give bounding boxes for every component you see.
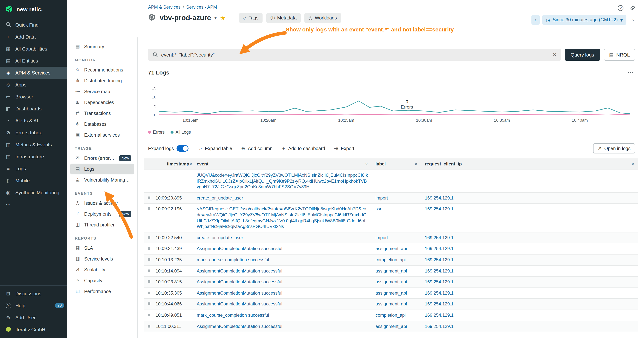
table-row[interactable]: 10:10:44.066AssignmentCompletionMutation… (144, 299, 638, 310)
event-link[interactable]: create_or_update_user (197, 235, 243, 240)
label-link[interactable]: assignment_api (376, 301, 407, 307)
subnav-item-thread-profiler[interactable]: ◫Thread profiler (70, 219, 134, 230)
label-link[interactable]: assignment_api (376, 323, 407, 329)
subnav-item-deployments[interactable]: ⇧DeploymentsNew (70, 208, 134, 219)
remove-column-icon[interactable]: × (414, 161, 417, 167)
table-row[interactable]: 10:09:22.540create_or_update_userimport1… (144, 232, 638, 243)
event-link[interactable]: AssignmentCompletionMutation successful (197, 268, 282, 273)
time-back-chevron[interactable]: ‹ (532, 15, 540, 25)
table-row[interactable]: 10:10:35.305AssignmentCompletionMutation… (144, 288, 638, 299)
sidebar-item-add-user[interactable]: ⊕Add User (0, 311, 67, 323)
table-row[interactable]: 10:10:13.235mark_course_completion succe… (144, 254, 638, 266)
time-forward-chevron[interactable]: › (629, 15, 637, 25)
subnav-item-external-services[interactable]: ▣External services (70, 130, 134, 140)
sidebar-item-browser[interactable]: ▭Browser (0, 91, 67, 103)
remove-column-icon[interactable]: × (631, 161, 634, 167)
sidebar-item-apm-services[interactable]: ◈APM & Services (0, 67, 67, 79)
log-query-input[interactable] (161, 52, 550, 58)
row-marker[interactable] (148, 247, 150, 250)
breadcrumb-apm-services[interactable]: APM & Services (148, 5, 180, 10)
event-link[interactable]: AssignmentCompletionMutation successful (197, 323, 282, 329)
ip-link[interactable]: 169.254.129.1 (425, 301, 454, 307)
row-marker[interactable] (148, 291, 150, 294)
legend-errors[interactable]: Errors (148, 130, 165, 134)
label-link[interactable]: sso (376, 206, 382, 212)
event-link[interactable]: <ASGIRequest: GET '/sso/callback/?state=… (197, 206, 366, 229)
ip-link[interactable]: 169.254.129.1 (425, 279, 454, 284)
ip-link[interactable]: 169.254.129.1 (425, 312, 454, 318)
ip-link[interactable]: 169.254.129.1 (425, 323, 454, 329)
query-logs-button[interactable]: Query logs (564, 49, 600, 61)
subnav-item-recommendations[interactable]: ☆Recommendations (70, 64, 134, 75)
sidebar-item-apps[interactable]: ◇Apps (0, 79, 67, 91)
new-relic-logo[interactable]: new relic. (0, 0, 67, 19)
label-link[interactable]: import (376, 235, 388, 240)
sidebar-item-mobile[interactable]: ▯Mobile (0, 174, 67, 186)
sidebar-item-synthetic-monitoring[interactable]: ◉Synthetic Monitoring (0, 186, 67, 198)
ip-link[interactable]: 169.254.129.1 (425, 206, 454, 212)
subnav-item-errors-inbox-triage[interactable]: ✉Errors (errors inb...New (70, 153, 134, 164)
sidebar-item-all-entities[interactable]: ▤All Entities (0, 55, 67, 67)
subnav-item-vulnerability-management[interactable]: ◬Vulnerability Management (70, 174, 134, 185)
ip-link[interactable]: 169.254.129.1 (425, 246, 454, 251)
subnav-item-transactions[interactable]: ⇄Transactions (70, 108, 134, 119)
add-column-button[interactable]: ⊕ Add column (241, 146, 273, 151)
add-to-dashboard-button[interactable]: ⊞ Add to dashboard (282, 146, 325, 151)
expand-logs-toggle[interactable] (176, 145, 188, 152)
open-in-logs-button[interactable]: ↗ Open in logs (593, 143, 635, 153)
remove-column-icon[interactable]: × (365, 161, 368, 167)
table-row[interactable]: 10:09:31.439AssignmentCompletionMutation… (144, 243, 638, 254)
event-link[interactable]: AssignmentCompletionMutation successful (197, 246, 282, 251)
sidebar-item-alerts-ai[interactable]: ◔Alerts & AI (0, 115, 67, 127)
table-row[interactable]: 10:11:00.311AssignmentCompletionMutation… (144, 321, 638, 332)
row-marker[interactable] (148, 280, 150, 283)
nrql-button[interactable]: ▤ NRQL (604, 49, 635, 61)
sidebar-item-quick-find[interactable]: Quick Find (0, 19, 67, 31)
sidebar-item-logs[interactable]: ≡Logs (0, 162, 67, 174)
chevron-down-icon[interactable]: ▾ (214, 15, 217, 21)
ip-link[interactable]: 169.254.129.1 (425, 268, 454, 273)
sidebar-item-metrics-events[interactable]: ◫Metrics & Events (0, 139, 67, 150)
time-picker[interactable]: ◷ Since 30 minutes ago (GMT+2) ▾ (542, 15, 626, 25)
link-icon[interactable] (630, 5, 636, 11)
subnav-item-service-map[interactable]: ⊶Service map (70, 86, 134, 97)
event-link[interactable]: mark_course_completion successful (197, 312, 269, 318)
clear-query-icon[interactable]: × (553, 52, 556, 58)
sidebar-item-discussions[interactable]: ⊟Discussions (0, 287, 67, 299)
row-marker[interactable] (148, 325, 150, 327)
sidebar-item-account[interactable]: Iterativ GmbH (0, 323, 67, 335)
ip-link[interactable]: 169.254.129.1 (425, 195, 454, 201)
export-button[interactable]: ⇥ Export (334, 146, 354, 151)
sidebar-item-infrastructure[interactable]: ◰Infrastructure (0, 150, 67, 162)
label-link[interactable]: completion_api (376, 312, 406, 318)
table-row[interactable]: 10:10:49.051mark_course_completion succe… (144, 310, 638, 321)
label-link[interactable]: assignment_api (376, 246, 407, 251)
expand-table-button[interactable]: ↔ Expand table (198, 146, 232, 151)
subnav-item-service-levels[interactable]: ▥Service levels (70, 253, 134, 264)
subnav-item-capacity[interactable]: ◔Capacity (70, 275, 134, 286)
table-row[interactable]: 10:10:23.815AssignmentCompletionMutation… (144, 277, 638, 288)
table-row[interactable]: 10:09:20.895create_or_update_userimport1… (144, 193, 638, 204)
breadcrumb-services-apm[interactable]: Services - APM (186, 5, 217, 10)
subnav-item-scalability[interactable]: ⊿Scalability (70, 264, 134, 275)
row-marker[interactable] (148, 196, 150, 199)
sidebar-item-help[interactable]: ?Help70 (0, 299, 67, 311)
sidebar-item-all-capabilities[interactable]: ▦All Capabilities (0, 43, 67, 55)
table-row[interactable]: JUQVU&code=eyJraWQiOiJjcGltY29yZV8wOTl1M… (144, 170, 638, 193)
sidebar-item-add-data[interactable]: +Add Data (0, 31, 67, 43)
tags-button[interactable]: ◇ Tags (239, 13, 262, 23)
subnav-item-sla[interactable]: ▦SLA (70, 242, 134, 253)
event-link[interactable]: JUQVU&code=eyJraWQiOiJjcGltY29yZV8wOTl1M… (197, 173, 368, 189)
favorite-star-icon[interactable]: ★ (220, 14, 226, 22)
label-link[interactable]: assignment_api (376, 268, 407, 273)
legend-all-logs[interactable]: All Logs (171, 130, 191, 134)
help-icon[interactable]: ? (618, 5, 624, 11)
event-link[interactable]: AssignmentCompletionMutation successful (197, 279, 282, 284)
ip-link[interactable]: 169.254.129.1 (425, 257, 454, 262)
subnav-item-issues-activity[interactable]: ◴Issues & activity (70, 198, 134, 208)
label-link[interactable]: completion_api (376, 257, 406, 262)
sidebar-item-errors-inbox[interactable]: ⊘Errors Inbox (0, 127, 67, 139)
more-options-icon[interactable]: ⋯ (628, 69, 634, 76)
subnav-item-databases[interactable]: ⊜Databases (70, 119, 134, 130)
row-marker[interactable] (148, 314, 150, 316)
